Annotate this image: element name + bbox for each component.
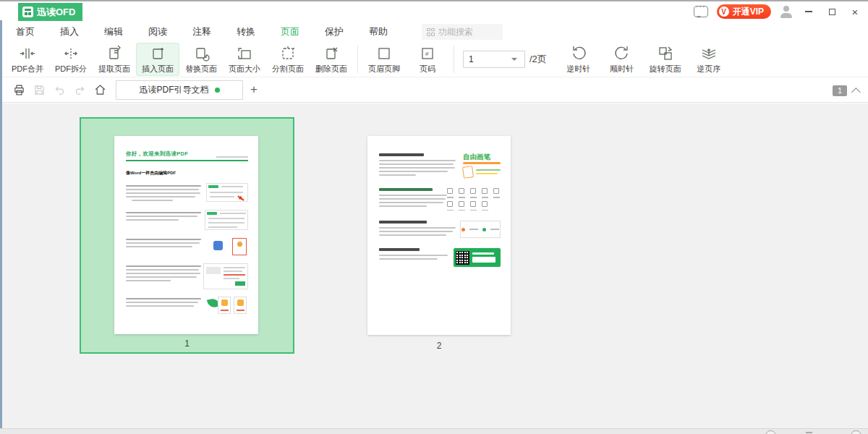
close-button[interactable]: ×: [848, 4, 862, 19]
page1-figure-5: [206, 296, 248, 316]
thumbnail-count-badge: 1: [833, 85, 847, 96]
vip-v-icon: V: [719, 7, 729, 17]
page1-paragraph-1: [126, 183, 248, 203]
page2-section-3: [379, 221, 501, 238]
pdf-merge-button[interactable]: PDF合并: [6, 43, 49, 76]
zoom-out-icon[interactable]: [765, 430, 776, 434]
quick-access-bar: 迅读PDF引导文档 + 1: [0, 77, 868, 103]
menu-bar: 首页 插入 编辑 阅读 注释 转换 页面 保护 帮助: [0, 22, 868, 42]
save-icon: [33, 84, 46, 96]
delete-page-button[interactable]: 删除页面: [310, 43, 353, 76]
replace-page-icon: [192, 45, 210, 62]
page1-paragraph-3: [126, 237, 248, 257]
menu-annotate[interactable]: 注释: [191, 22, 213, 41]
search-grid-icon: [427, 28, 435, 36]
document-tab[interactable]: 迅读PDF引导文档: [116, 80, 243, 100]
vip-button[interactable]: V 开通VIP: [717, 4, 771, 19]
redo-button[interactable]: [69, 81, 90, 98]
page1-figure-3: [212, 237, 248, 257]
menu-protect[interactable]: 保护: [323, 22, 345, 41]
menu-insert[interactable]: 插入: [59, 22, 80, 41]
print-button[interactable]: [9, 81, 29, 98]
unsaved-dot-icon: [215, 88, 220, 93]
divide-page-button[interactable]: 分割页面: [266, 43, 310, 76]
chevron-down-icon[interactable]: [511, 58, 517, 64]
page-size-button[interactable]: 页面大小: [223, 43, 266, 76]
function-search[interactable]: [422, 24, 503, 40]
page-navigator: /2页: [463, 51, 547, 68]
insert-page-button[interactable]: 插入页面: [136, 43, 179, 76]
menu-convert[interactable]: 转换: [235, 22, 257, 41]
page-number-input[interactable]: [464, 54, 511, 64]
printer-icon: [13, 84, 25, 96]
window-edge: [0, 20, 2, 428]
header-footer-button[interactable]: 页眉页脚: [362, 43, 406, 76]
new-tab-button[interactable]: +: [250, 82, 258, 97]
svg-text:#: #: [425, 51, 429, 57]
undo-button[interactable]: [49, 81, 69, 98]
menu-help[interactable]: 帮助: [367, 22, 389, 41]
page1-subtitle-placeholder: [216, 156, 248, 158]
pdf-split-button[interactable]: PDF拆分: [49, 43, 93, 76]
rotate-page-icon: [657, 45, 674, 62]
merge-icon: [19, 45, 36, 62]
page1-paragraph-2: [126, 210, 248, 230]
page-input-wrap: [463, 51, 525, 68]
reverse-order-button[interactable]: 逆页序: [687, 43, 731, 76]
menu-edit[interactable]: 编辑: [103, 22, 124, 41]
home-button[interactable]: [90, 81, 110, 98]
undo-icon: [54, 84, 66, 96]
rotate-page-button[interactable]: 旋转页面: [644, 43, 687, 76]
extract-page-button[interactable]: 提取页面: [93, 43, 136, 76]
save-button[interactable]: [29, 81, 49, 98]
rotate-ccw-icon: [570, 45, 587, 62]
reverse-order-icon: [700, 45, 718, 62]
menu-home[interactable]: 首页: [14, 22, 36, 41]
page-number-button[interactable]: # 页码: [406, 43, 449, 76]
page1-figure-4: [203, 263, 248, 289]
page2-feature-icons: [447, 188, 501, 210]
app-window: 迅读OFD V 开通VIP × 首页 插入 编辑 阅读 注释 转换 页面 保护 …: [0, 0, 868, 434]
zoom-in-icon[interactable]: [851, 430, 861, 434]
page1-title: 你好，欢迎来到迅读PDF: [126, 150, 188, 158]
split-icon: [62, 45, 80, 62]
maximize-button[interactable]: [825, 4, 839, 19]
maximize-icon: [829, 9, 835, 15]
page2-freebrush-graphic: 自由画笔: [463, 153, 501, 178]
status-bar: [0, 428, 868, 434]
page-thumbnail-2[interactable]: 自由画笔: [367, 136, 511, 335]
rotate-ccw-button[interactable]: 逆时针: [557, 43, 600, 76]
page2-qr-banner: [454, 248, 501, 267]
page-2-number: 2: [367, 341, 511, 351]
app-badge: 迅读OFD: [18, 3, 82, 21]
page2-section-2: [379, 188, 501, 210]
page1-heading: 像Word一样自由编辑PDF: [126, 170, 248, 176]
search-input[interactable]: [438, 27, 496, 37]
avatar-icon[interactable]: [780, 5, 793, 18]
redo-icon: [74, 84, 86, 96]
thumbnail-canvas[interactable]: 你好，欢迎来到迅读PDF 像Word一样自由编辑PDF: [0, 103, 868, 430]
feedback-chat-icon[interactable]: [694, 6, 708, 17]
page-size-icon: [236, 45, 253, 62]
replace-page-button[interactable]: 替换页面: [179, 43, 223, 76]
page1-figure-1: [206, 183, 248, 202]
page1-paragraph-4: [126, 263, 248, 289]
menu-page[interactable]: 页面: [279, 22, 301, 41]
insert-page-icon: [149, 45, 166, 62]
page-thumbnail-1[interactable]: 你好，欢迎来到迅读PDF 像Word一样自由编辑PDF: [80, 117, 294, 354]
collapse-toolbar-icon[interactable]: [851, 88, 861, 97]
page2-section-1: 自由画笔: [379, 153, 501, 178]
titlebar: 迅读OFD V 开通VIP ×: [0, 1, 868, 22]
zoom-slider-handle[interactable]: [806, 432, 812, 433]
delete-page-icon: [323, 45, 340, 62]
divide-page-icon: [279, 45, 297, 62]
page-1-number: 1: [81, 339, 293, 349]
menu-read[interactable]: 阅读: [147, 22, 169, 41]
page1-title-rule: [126, 160, 248, 161]
qr-code: [456, 251, 469, 265]
page-1-sheet[interactable]: 你好，欢迎来到迅读PDF 像Word一样自由编辑PDF: [114, 136, 258, 334]
rotate-cw-button[interactable]: 顺时针: [600, 43, 644, 76]
toolbar-separator: [357, 46, 358, 73]
minimize-button[interactable]: [801, 4, 816, 19]
header-footer-icon: [375, 45, 393, 62]
